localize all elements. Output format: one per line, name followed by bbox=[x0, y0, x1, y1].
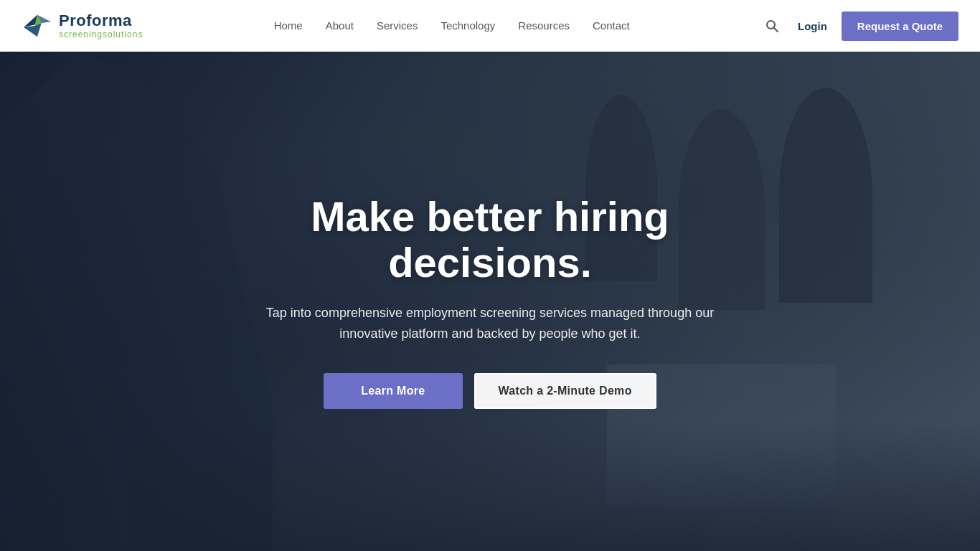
nav-item-home[interactable]: Home bbox=[274, 19, 303, 32]
logo-bird-icon bbox=[22, 12, 52, 39]
nav-item-about[interactable]: About bbox=[326, 19, 354, 32]
watch-demo-button[interactable]: Watch a 2-Minute Demo bbox=[474, 373, 656, 409]
hero-title: Make better hiring decisions. bbox=[217, 194, 763, 286]
nav-item-resources[interactable]: Resources bbox=[518, 19, 570, 32]
login-link[interactable]: Login bbox=[798, 20, 827, 32]
nav-item-technology[interactable]: Technology bbox=[440, 19, 495, 32]
navbar: Proforma screeningsolutions Home About S… bbox=[0, 0, 980, 52]
nav-item-contact[interactable]: Contact bbox=[593, 19, 630, 32]
learn-more-button[interactable]: Learn More bbox=[324, 373, 462, 409]
nav-link-services[interactable]: Services bbox=[377, 19, 418, 32]
hero-content: Make better hiring decisions. Tap into c… bbox=[203, 194, 777, 408]
logo[interactable]: Proforma screeningsolutions bbox=[22, 10, 143, 42]
nav-link-resources[interactable]: Resources bbox=[518, 19, 570, 32]
hero-buttons: Learn More Watch a 2-Minute Demo bbox=[217, 373, 763, 409]
nav-item-services[interactable]: Services bbox=[377, 19, 418, 32]
nav-link-contact[interactable]: Contact bbox=[593, 19, 630, 32]
logo-solutions-word: solutions bbox=[103, 29, 143, 39]
logo-icon bbox=[22, 10, 53, 42]
hero-section: Make better hiring decisions. Tap into c… bbox=[0, 52, 980, 551]
logo-subtext: screeningsolutions bbox=[59, 30, 143, 39]
search-icon bbox=[765, 19, 779, 33]
logo-text: Proforma screeningsolutions bbox=[59, 12, 143, 39]
logo-brand: Proforma bbox=[59, 12, 143, 29]
nav-right: Login Request a Quote bbox=[760, 11, 958, 41]
svg-line-5 bbox=[773, 28, 778, 32]
nav-link-about[interactable]: About bbox=[326, 19, 354, 32]
nav-link-home[interactable]: Home bbox=[274, 19, 303, 32]
request-quote-button[interactable]: Request a Quote bbox=[842, 11, 958, 41]
hero-subtitle: Tap into comprehensive employment screen… bbox=[246, 303, 734, 344]
search-button[interactable] bbox=[760, 14, 783, 37]
logo-screening-word: screening bbox=[59, 29, 103, 39]
nav-links: Home About Services Technology Resources… bbox=[274, 19, 630, 32]
nav-link-technology[interactable]: Technology bbox=[440, 19, 495, 32]
